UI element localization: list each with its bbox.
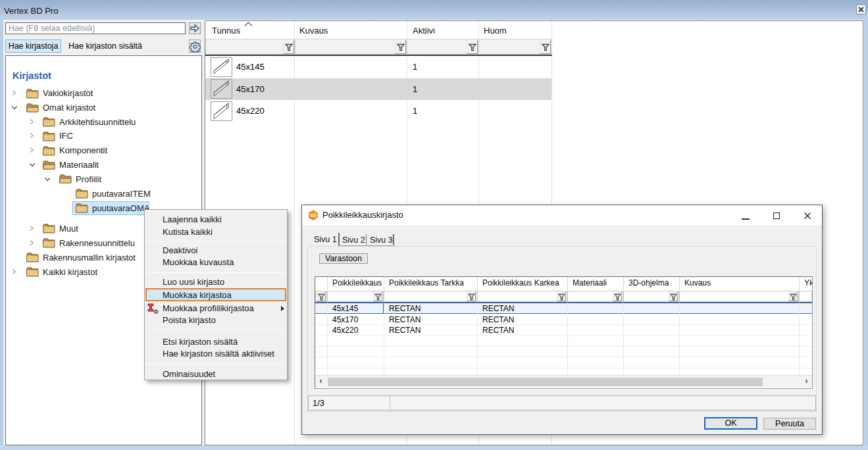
svg-text:BD: BD <box>310 213 317 218</box>
